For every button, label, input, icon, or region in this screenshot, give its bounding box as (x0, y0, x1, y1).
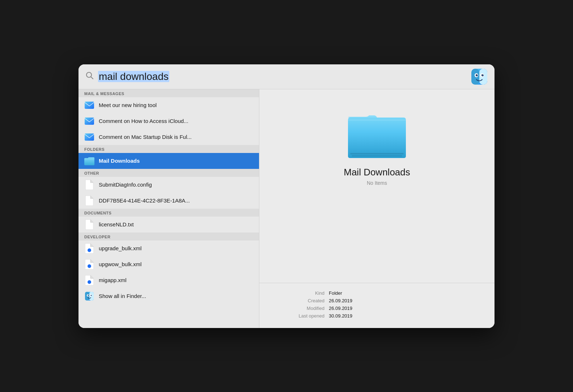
search-icon (86, 72, 94, 82)
meta-row-kind: Kind Folder (281, 290, 473, 296)
svg-rect-11 (85, 102, 94, 109)
show-all-in-finder[interactable]: Show all in Finder... (78, 288, 259, 304)
xml-icon (84, 243, 94, 253)
section-header-developer: DEVELOPER (78, 233, 259, 240)
svg-point-22 (88, 295, 89, 296)
preview-subtitle: No Items (367, 180, 387, 186)
list-item[interactable]: migapp.xml (78, 272, 259, 288)
mail-icon (84, 132, 94, 142)
spotlight-window: mail downloads (78, 64, 495, 328)
item-label: DDF7B5E4-414E-4C22-8F3E-1A8A... (99, 197, 190, 204)
finder-icon (84, 291, 94, 301)
document-icon (84, 180, 94, 190)
list-item[interactable]: DDF7B5E4-414E-4C22-8F3E-1A8A... (78, 193, 259, 209)
item-label: upgwow_bulk.xml (99, 261, 141, 267)
preview-title: Mail Downloads (344, 167, 410, 178)
section-header-mail: MAIL & MESSAGES (78, 89, 259, 97)
svg-point-23 (91, 295, 92, 296)
list-item[interactable]: Meet our new hiring tool (78, 97, 259, 113)
svg-point-16 (88, 280, 91, 284)
document-icon (84, 196, 94, 206)
list-item[interactable]: licenseNLD.txt (78, 217, 259, 233)
meta-row-created: Created 26.09.2019 (281, 298, 473, 303)
list-item[interactable]: upgrade_bulk.xml (78, 240, 259, 256)
svg-point-15 (88, 264, 91, 268)
svg-point-7 (476, 74, 478, 76)
item-label: SubmitDiagInfo.config (99, 182, 152, 188)
item-label: Meet our new hiring tool (99, 102, 157, 108)
meta-value: 26.09.2019 (329, 306, 352, 311)
search-bar: mail downloads (78, 64, 495, 89)
item-label: Comment on Mac Startup Disk is Ful... (99, 134, 192, 140)
xml-icon (84, 275, 94, 285)
svg-point-8 (481, 74, 484, 76)
preview-icon-area: Mail Downloads No Items (344, 111, 410, 186)
content-area: MAIL & MESSAGES Meet our new (78, 89, 495, 328)
metadata-section: Kind Folder Created 26.09.2019 Modified … (259, 283, 495, 328)
meta-value: Folder (329, 290, 342, 296)
meta-row-modified: Modified 26.09.2019 (281, 306, 473, 311)
meta-value: 26.09.2019 (329, 298, 352, 303)
list-item[interactable]: SubmitDiagInfo.config (78, 177, 259, 193)
svg-point-10 (483, 74, 483, 75)
folder-preview-icon (348, 111, 406, 158)
meta-label: Created (281, 298, 324, 303)
item-label: Mail Downloads (99, 158, 140, 164)
svg-rect-12 (85, 118, 94, 125)
meta-value: 30.09.2019 (329, 313, 352, 319)
item-label: migapp.xml (99, 277, 127, 283)
svg-rect-13 (85, 133, 94, 141)
item-label: licenseNLD.txt (99, 221, 134, 227)
folder-icon (84, 156, 94, 166)
list-item[interactable]: upgwow_bulk.xml (78, 256, 259, 272)
finder-app-icon (471, 69, 487, 85)
meta-label: Last opened (281, 313, 324, 319)
section-header-folders: FOLDERS (78, 145, 259, 153)
svg-point-9 (477, 74, 478, 75)
svg-rect-25 (352, 155, 402, 157)
xml-icon (84, 259, 94, 269)
svg-point-14 (88, 248, 91, 252)
item-label: upgrade_bulk.xml (99, 245, 141, 251)
svg-line-1 (91, 77, 93, 79)
meta-label: Kind (281, 290, 324, 296)
preview-panel: Mail Downloads No Items Kind Folder Crea… (259, 89, 495, 328)
meta-label: Modified (281, 306, 324, 311)
mail-icon (84, 116, 94, 126)
meta-row-last-opened: Last opened 30.09.2019 (281, 313, 473, 319)
search-input[interactable]: mail downloads (98, 71, 169, 82)
results-panel: MAIL & MESSAGES Meet our new (78, 89, 259, 328)
item-label: Show all in Finder... (99, 293, 146, 299)
list-item-mail-downloads[interactable]: Mail Downloads (78, 153, 259, 169)
list-item[interactable]: Comment on Mac Startup Disk is Ful... (78, 129, 259, 145)
document-icon (84, 220, 94, 230)
list-item[interactable]: Comment on How to Access iCloud... (78, 113, 259, 129)
mail-icon (84, 100, 94, 110)
section-header-other: OTHER (78, 169, 259, 177)
item-label: Comment on How to Access iCloud... (99, 118, 188, 124)
finder-icon-face (471, 69, 487, 85)
section-header-documents: DOCUMENTS (78, 209, 259, 217)
svg-rect-24 (350, 153, 404, 154)
